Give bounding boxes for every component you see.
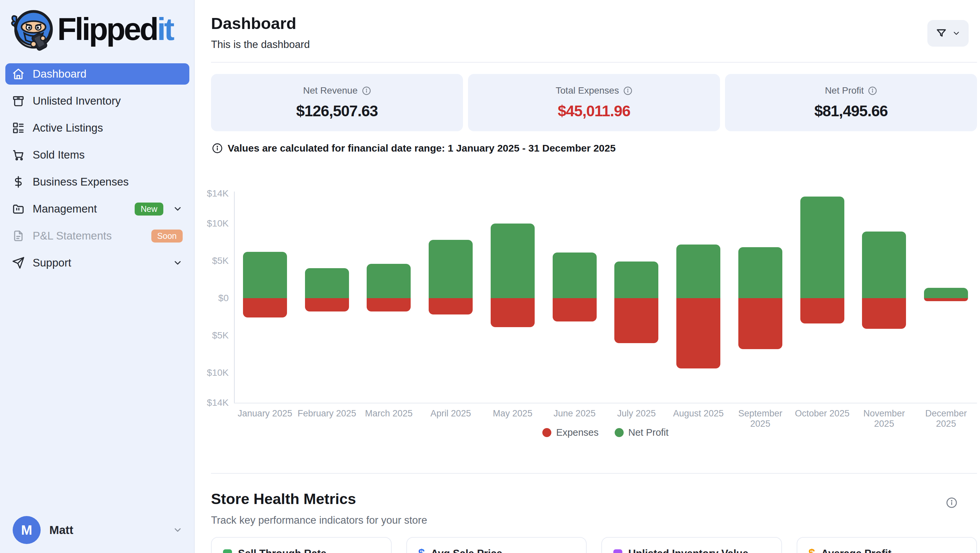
sidebar: Flippedit DashboardUnlisted InventoryAct… — [0, 0, 195, 553]
bar-net-profit-march-2025[interactable] — [367, 264, 410, 298]
x-axis-label: January 2025 — [234, 408, 296, 419]
sidebar-nav: DashboardUnlisted InventoryActive Listin… — [5, 63, 189, 279]
bar-expenses-july-2025[interactable] — [614, 298, 658, 343]
bar-net-profit-june-2025[interactable] — [553, 253, 597, 298]
bar-expenses-september-2025[interactable] — [738, 298, 782, 349]
bar-net-profit-april-2025[interactable] — [429, 240, 473, 298]
brand-wordmark: Flippedit — [57, 14, 173, 45]
y-axis-tick: $10K — [195, 367, 229, 378]
avatar: M — [13, 516, 41, 544]
bar-net-profit-october-2025[interactable] — [800, 197, 844, 298]
legend-label: Net Profit — [628, 427, 669, 438]
bar-net-profit-february-2025[interactable] — [305, 268, 349, 298]
sidebar-item-label: Business Expenses — [33, 176, 129, 188]
x-axis — [234, 403, 977, 404]
app-logo[interactable]: Flippedit — [9, 6, 173, 52]
info-icon — [212, 143, 223, 154]
filter-button[interactable] — [928, 20, 969, 47]
bar-expenses-october-2025[interactable] — [800, 298, 844, 324]
health-card-label: Average Profit — [821, 548, 892, 553]
bar-expenses-february-2025[interactable] — [305, 298, 349, 311]
chevron-down-icon — [173, 525, 183, 535]
stat-label: Total Expenses — [556, 85, 619, 96]
bar-expenses-january-2025[interactable] — [243, 298, 287, 318]
cart-icon — [12, 149, 25, 161]
sidebar-item-active-listings[interactable]: Active Listings — [5, 117, 189, 138]
bar-net-profit-september-2025[interactable] — [738, 247, 782, 298]
x-axis-label: November 2025 — [853, 408, 915, 429]
section-divider — [211, 473, 977, 474]
legend-item-net-profit[interactable]: Net Profit — [615, 427, 669, 438]
dollar-icon: $ — [809, 548, 815, 553]
bar-net-profit-august-2025[interactable] — [676, 245, 720, 298]
bar-expenses-may-2025[interactable] — [491, 298, 535, 327]
x-axis-label: September 2025 — [729, 408, 791, 429]
x-axis-label: December 2025 — [915, 408, 977, 429]
sidebar-item-unlisted-inventory[interactable]: Unlisted Inventory — [5, 90, 189, 111]
header-divider — [211, 62, 977, 63]
stat-card-total-expenses: Total Expenses$45,011.96 — [468, 74, 720, 131]
info-icon[interactable] — [362, 86, 371, 95]
home-icon — [12, 68, 25, 80]
metric-icon — [613, 549, 622, 553]
stat-label: Net Revenue — [303, 85, 357, 96]
x-axis-label: April 2025 — [420, 408, 482, 419]
chevron-down-icon — [952, 29, 961, 38]
y-axis — [234, 192, 235, 404]
chevron-down-icon — [173, 258, 183, 268]
sidebar-item-dashboard[interactable]: Dashboard — [5, 63, 189, 84]
info-icon[interactable] — [868, 86, 877, 95]
bar-net-profit-may-2025[interactable] — [491, 224, 535, 298]
y-axis-tick: $14K — [195, 397, 229, 408]
legend-label: Expenses — [556, 427, 598, 438]
store-health-title: Store Health Metrics — [211, 490, 356, 508]
dollar-icon: $ — [418, 548, 425, 553]
user-menu[interactable]: M Matt — [13, 516, 183, 544]
y-axis-tick: $0 — [195, 292, 229, 304]
layout-list-icon — [12, 122, 25, 134]
health-card-sell-through-rate: Sell Through Rate — [211, 537, 392, 553]
x-axis-label: May 2025 — [482, 408, 544, 419]
stat-value: $126,507.63 — [296, 102, 378, 120]
legend-dot — [615, 428, 624, 437]
y-axis-tick: $14K — [195, 188, 229, 199]
sidebar-item-business-expenses[interactable]: Business Expenses — [5, 171, 189, 192]
info-icon[interactable] — [946, 497, 957, 509]
user-name: Matt — [49, 523, 73, 537]
bar-expenses-april-2025[interactable] — [429, 298, 473, 315]
sidebar-item-label: Active Listings — [33, 122, 103, 134]
bar-net-profit-december-2025[interactable] — [924, 288, 968, 298]
legend-dot — [542, 428, 551, 437]
health-card-avg-sale-price: $Avg Sale Price — [406, 537, 587, 553]
date-range-note: Values are calculated for financial date… — [212, 143, 616, 154]
folder-icon — [12, 203, 25, 215]
info-icon[interactable] — [623, 86, 632, 95]
dollar-icon — [12, 176, 25, 188]
sidebar-item-management[interactable]: ManagementNew — [5, 198, 189, 219]
y-axis-tick: $10K — [195, 218, 229, 229]
stat-value: $81,495.66 — [815, 102, 888, 120]
bar-net-profit-july-2025[interactable] — [614, 262, 658, 298]
health-card-unlisted-inventory-value: Unlisted Inventory Value — [601, 537, 782, 553]
sidebar-item-label: Sold Items — [33, 149, 85, 161]
note-text: Values are calculated for financial date… — [228, 143, 616, 154]
stat-value: $45,011.96 — [558, 102, 630, 120]
x-axis-label: August 2025 — [667, 408, 729, 419]
bar-net-profit-november-2025[interactable] — [862, 232, 906, 298]
bar-expenses-june-2025[interactable] — [553, 298, 597, 321]
health-card-label: Unlisted Inventory Value — [628, 548, 748, 553]
bar-net-profit-january-2025[interactable] — [243, 252, 287, 298]
bar-expenses-december-2025[interactable] — [924, 298, 968, 301]
x-axis-label: March 2025 — [358, 408, 420, 419]
sidebar-item-sold-items[interactable]: Sold Items — [5, 144, 189, 165]
bar-expenses-november-2025[interactable] — [862, 298, 906, 329]
sidebar-item-p-l-statements[interactable]: P&L StatementsSoon — [5, 225, 189, 246]
store-health-cards: Sell Through Rate$Avg Sale PriceUnlisted… — [211, 537, 977, 553]
sidebar-item-support[interactable]: Support — [5, 252, 189, 273]
bar-expenses-august-2025[interactable] — [676, 298, 720, 369]
legend-item-expenses[interactable]: Expenses — [542, 427, 598, 438]
bar-expenses-march-2025[interactable] — [367, 298, 410, 311]
badge-soon: Soon — [151, 229, 183, 243]
sidebar-item-label: Unlisted Inventory — [33, 95, 121, 107]
stat-label: Net Profit — [825, 85, 864, 96]
